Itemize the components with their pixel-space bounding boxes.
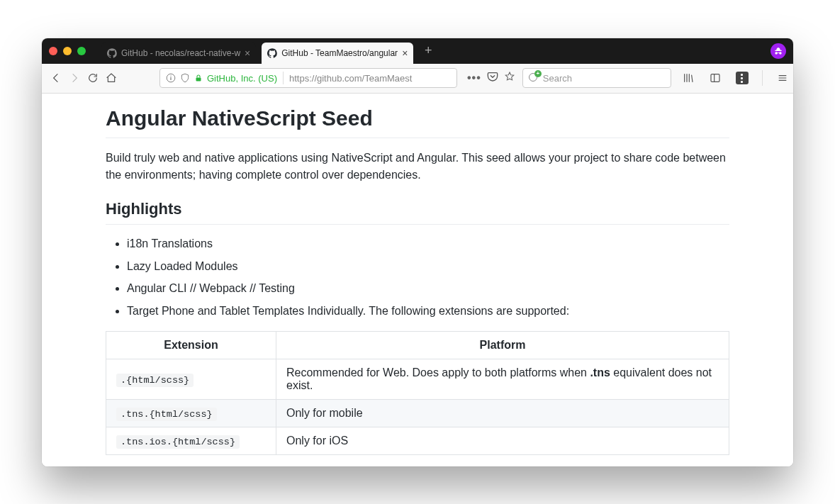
table-row: .tns.ios.{html/scss} Only for iOS — [106, 427, 729, 455]
page-actions: ••• — [467, 71, 515, 85]
list-item: i18n Translations — [127, 235, 729, 253]
table-row: .tns.{html/scss} Only for mobile — [106, 400, 729, 427]
github-favicon-icon — [107, 48, 117, 58]
svg-rect-4 — [711, 74, 719, 82]
list-item: Target Phone and Tablet Templates Indivi… — [127, 302, 729, 320]
lead-paragraph: Build truly web and native applications … — [106, 150, 729, 185]
sidebar-button[interactable] — [705, 68, 725, 88]
pocket-icon[interactable] — [487, 71, 498, 85]
reload-button[interactable] — [87, 68, 99, 88]
library-button[interactable] — [678, 68, 698, 88]
extension-code: .tns.ios.{html/scss} — [116, 435, 240, 449]
toolbar-divider — [762, 70, 763, 86]
search-placeholder: Search — [543, 73, 572, 84]
svg-rect-3 — [196, 78, 201, 82]
tab-close-icon[interactable]: × — [402, 47, 408, 59]
table-row: .{html/scss} Recommended for Web. Does a… — [106, 359, 729, 400]
urlbar-separator — [283, 72, 284, 84]
extension-button[interactable] — [732, 68, 752, 88]
highlights-list: i18n Translations Lazy Loaded Modules An… — [106, 235, 729, 320]
new-tab-button[interactable]: + — [419, 42, 437, 60]
site-identity-label: GitHub, Inc. (US) — [207, 73, 277, 84]
tab-title: GitHub - necolas/react-native-w — [121, 48, 240, 58]
tab-bar: GitHub - necolas/react-native-w × GitHub… — [42, 38, 793, 64]
list-item: Lazy Loaded Modules — [127, 257, 729, 276]
extension-icon — [736, 72, 749, 84]
extension-code: .tns.{html/scss} — [116, 408, 217, 421]
tab-active[interactable]: GitHub - TeamMaestro/angular × — [262, 43, 413, 64]
browser-window: GitHub - necolas/react-native-w × GitHub… — [42, 38, 793, 466]
window-minimize-button[interactable] — [63, 47, 72, 55]
incognito-icon — [773, 46, 783, 56]
window-controls — [49, 47, 86, 55]
table-header-platform: Platform — [276, 332, 729, 359]
platform-text: Recommended for Web. Does apply to both … — [286, 366, 590, 379]
url-text: https://github.com/TeamMaest — [289, 73, 451, 84]
extension-code: .{html/scss} — [116, 374, 194, 387]
highlights-heading: Highlights — [106, 200, 729, 225]
page-viewport: Angular NativeScript Seed Build truly we… — [42, 94, 793, 466]
table-header-extension: Extension — [106, 332, 276, 359]
profile-badge[interactable] — [770, 43, 786, 59]
app-menu-button[interactable] — [773, 68, 792, 88]
list-item: Angular CLI // Webpack // Testing — [127, 279, 729, 298]
tab-title: GitHub - TeamMaestro/angular — [281, 48, 398, 58]
platform-strong: .tns — [590, 366, 610, 379]
search-bar[interactable]: + Search — [522, 68, 671, 88]
tracking-protection-icon[interactable] — [180, 73, 190, 83]
lock-icon — [194, 73, 203, 83]
tab-close-icon[interactable]: × — [245, 47, 250, 59]
platform-cell: Only for iOS — [276, 427, 729, 455]
platform-cell: Only for mobile — [276, 400, 729, 427]
page-title: Angular NativeScript Seed — [106, 94, 729, 138]
page-actions-menu-icon[interactable]: ••• — [467, 72, 481, 84]
tab-inactive[interactable]: GitHub - necolas/react-native-w × — [101, 43, 256, 64]
svg-point-2 — [170, 75, 171, 76]
bookmark-star-icon[interactable] — [504, 71, 515, 85]
forward-button[interactable] — [69, 68, 80, 88]
site-info-icon[interactable] — [166, 73, 176, 83]
window-zoom-button[interactable] — [77, 47, 86, 55]
toolbar-right — [678, 68, 792, 88]
platform-cell: Recommended for Web. Does apply to both … — [276, 359, 729, 400]
back-button[interactable] — [50, 68, 62, 88]
readme-content: Angular NativeScript Seed Build truly we… — [99, 94, 736, 466]
home-button[interactable] — [106, 68, 117, 88]
url-bar[interactable]: GitHub, Inc. (US) https://github.com/Tea… — [159, 68, 457, 88]
window-close-button[interactable] — [49, 47, 57, 55]
search-icon: + — [529, 73, 539, 83]
github-favicon-icon — [267, 48, 277, 58]
extensions-table: Extension Platform .{html/scss} Recommen… — [106, 331, 729, 455]
navigation-toolbar: GitHub, Inc. (US) https://github.com/Tea… — [42, 64, 793, 94]
